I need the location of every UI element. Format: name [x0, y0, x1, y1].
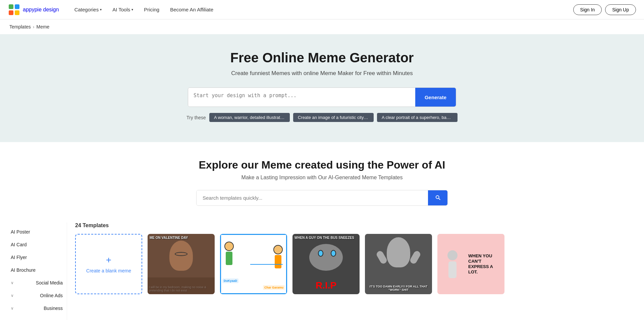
svg-rect-0	[9, 4, 13, 9]
template-card-too-early[interactable]: IT'S TOO DAMN EARLY!! FOR ALL THAT "WORK…	[365, 234, 432, 294]
main-layout: AI Poster AI Card AI Flyer AI Brochure ∨…	[0, 216, 644, 320]
hero-section: Free Online Meme Generator Create funnie…	[0, 34, 644, 142]
sidebar-item-ai-flyer[interactable]: AI Flyer	[7, 251, 67, 263]
nav-affiliate[interactable]: Become An Affiliate	[165, 5, 218, 14]
search-icon	[435, 194, 441, 200]
hero-subtitle: Create funniest Memes with online Meme M…	[7, 70, 637, 77]
template-card-cat-sneeze[interactable]: WHEN A GUY ON THE BUS SNEEZES R.I.P	[292, 234, 360, 294]
svg-rect-3	[15, 10, 19, 15]
sign-up-button[interactable]: Sign Up	[605, 4, 636, 15]
nav-pricing[interactable]: Pricing	[139, 5, 164, 14]
try-these-label: Try these	[186, 115, 206, 120]
explore-title: Explore our Meme created using the Power…	[7, 159, 637, 171]
templates-count: 24 Templates	[75, 222, 636, 229]
template-card-cartoon[interactable]: DuKyaaD Char Garamu	[220, 234, 287, 294]
sidebar-item-online-ads[interactable]: ∨ Online Ads	[7, 290, 67, 302]
hero-title: Free Online Meme Generator	[7, 50, 637, 65]
nav-categories[interactable]: Categories ▾	[70, 5, 107, 14]
template-card-express[interactable]: WHEN YOU CAN'T EXPRESS A LOT.	[437, 234, 504, 294]
try-these-row: Try these A woman, warrior, detailed ill…	[7, 113, 637, 122]
templates-area: 24 Templates + Create a blank meme ME ON…	[67, 222, 644, 320]
nav-links: Categories ▾ AI Tools ▾ Pricing Become A…	[70, 5, 573, 14]
template-card-valentine[interactable]: ME ON VALENTINE DAY I will be in my bedr…	[148, 234, 215, 294]
chevron-down-icon: ▾	[131, 8, 133, 11]
brand-name: appypie design	[23, 7, 59, 13]
nav-ai-tools[interactable]: AI Tools ▾	[108, 5, 138, 14]
suggestion-chip-3[interactable]: A clear portrait of a superhero, backgro…	[377, 113, 458, 122]
plus-icon: +	[106, 255, 111, 265]
cat-top-text: WHEN A GUY ON THE BUS SNEEZES	[294, 236, 354, 240]
chevron-icon: ∨	[11, 293, 14, 298]
nav-actions: Sign In Sign Up	[573, 4, 636, 15]
templates-grid: + Create a blank meme ME ON VALENTINE DA…	[75, 234, 636, 294]
blank-card-label: Create a blank meme	[86, 268, 131, 273]
explore-subtitle: Make a Lasting Impression with Our AI-Ge…	[7, 175, 637, 181]
breadcrumb-current: Meme	[36, 24, 49, 29]
breadcrumb-separator: ›	[33, 24, 35, 29]
chevron-down-icon: ▾	[100, 8, 102, 11]
svg-rect-1	[15, 4, 19, 9]
early-bottom-text: IT'S TOO DAMN EARLY!! FOR ALL THAT "WORK…	[366, 285, 431, 292]
meme-top-text: ME ON VALENTINE DAY	[150, 236, 188, 240]
chevron-icon: ∨	[11, 306, 14, 311]
template-search-button[interactable]	[428, 190, 447, 205]
brand-logo[interactable]: appypie design	[8, 4, 59, 16]
sidebar-item-business[interactable]: ∨ Business	[7, 302, 67, 314]
sidebar-item-ai-card[interactable]: AI Card	[7, 239, 67, 251]
template-search-input[interactable]	[197, 190, 428, 205]
hero-prompt-container: Generate	[188, 87, 456, 107]
explore-section: Explore our Meme created using the Power…	[0, 142, 644, 216]
sidebar-item-ai-poster[interactable]: AI Poster	[7, 226, 67, 238]
hero-prompt-input[interactable]	[188, 88, 415, 107]
breadcrumb-templates-link[interactable]: Templates	[9, 24, 31, 29]
svg-rect-2	[9, 10, 13, 15]
sign-in-button[interactable]: Sign In	[573, 4, 602, 15]
sidebar-item-ai-brochure[interactable]: AI Brochure	[7, 264, 67, 276]
logo-icon	[8, 4, 20, 16]
create-blank-meme-card[interactable]: + Create a blank meme	[75, 234, 142, 294]
generate-button[interactable]: Generate	[415, 88, 456, 107]
cartoon-char1-label: DuKyaaD	[222, 278, 238, 283]
sidebar: AI Poster AI Card AI Flyer AI Brochure ∨…	[0, 222, 67, 320]
cartoon-char2-label: Char Garamu	[263, 285, 285, 290]
cat-rip-text: R.I.P	[316, 280, 336, 291]
navbar: appypie design Categories ▾ AI Tools ▾ P…	[0, 0, 644, 19]
suggestion-chip-2[interactable]: Create an image of a futuristic cityscap…	[293, 113, 374, 122]
breadcrumb: Templates › Meme	[0, 19, 644, 34]
express-text: WHEN YOU CAN'T EXPRESS A LOT.	[468, 253, 502, 275]
sidebar-item-social-media[interactable]: ∨ Social Media	[7, 277, 67, 289]
chevron-icon: ∨	[11, 280, 14, 285]
suggestion-chip-1[interactable]: A woman, warrior, detailed illustration,…	[209, 113, 290, 122]
template-search-container	[196, 190, 448, 206]
